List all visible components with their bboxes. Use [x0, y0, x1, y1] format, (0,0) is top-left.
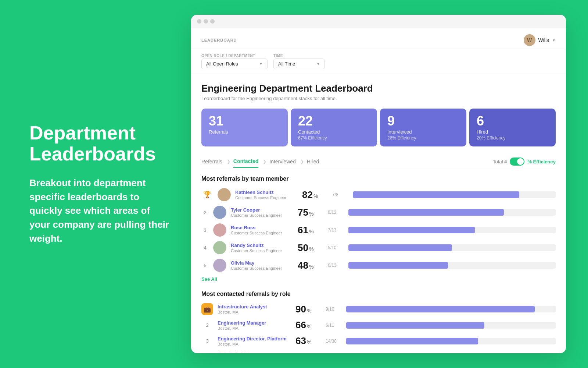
top-bar: LEADERBOARD W Wills ▼ — [191, 28, 566, 49]
tab-right: Total # % Efficiency — [493, 158, 556, 166]
tab-chevron-2: ❯ — [300, 159, 304, 164]
user-badge[interactable]: W Wills ▼ — [524, 34, 556, 46]
stat-number-2: 22 — [298, 114, 370, 128]
team-member-list: 🏆 Kathleen Schultz Customer Success Engi… — [201, 188, 556, 272]
role-percent-3: 63% — [295, 335, 321, 347]
stat-number-4: 6 — [477, 114, 548, 128]
filters-bar: OPEN ROLE / DEPARTMENT All Open Roles ▼ … — [191, 49, 566, 74]
stat-label-1: Referrals — [209, 129, 280, 135]
list-item: 2 Engineering Manager Boston, MA 66% 6/1… — [201, 319, 556, 331]
leaderboard-label: LEADERBOARD — [201, 38, 237, 42]
role-location-3: Boston, MA — [218, 342, 291, 346]
role-location-1: Boston, MA — [218, 310, 291, 314]
role-name-4: Data Scientist — [218, 352, 291, 354]
lb-percent-3: 61% — [298, 224, 323, 236]
role-info-1: Infrastructure Analyst Boston, MA — [218, 304, 291, 314]
role-percent-1: 90% — [295, 304, 321, 315]
time-filter-label: TIME — [273, 54, 325, 58]
lb-bar-5 — [348, 262, 448, 269]
tab-chevron-1: ❯ — [263, 159, 266, 164]
browser-window: LEADERBOARD W Wills ▼ OPEN ROLE / DEPART… — [191, 15, 566, 353]
stat-number-1: 31 — [209, 114, 280, 128]
role-info-3: Engineering Director, Platform Boston, M… — [218, 336, 291, 346]
role-percent-4: 59% — [295, 351, 321, 353]
role-fraction-3: 14/38 — [326, 339, 339, 344]
avatar: W — [524, 34, 535, 46]
lb-percent-1: 82% — [302, 189, 328, 201]
tabs-bar: Referrals❯Contacted❯Interviewed❯Hired To… — [201, 155, 556, 168]
lb-fraction-1: 7/8 — [332, 192, 345, 197]
section1-title: Most referrals by team member — [201, 176, 556, 182]
role-bar-container-2 — [346, 322, 556, 329]
section2-title: Most contacted referrals by role — [201, 291, 556, 297]
time-filter-select[interactable]: All Time ▼ — [273, 59, 325, 69]
lb-bar-3 — [348, 227, 475, 233]
stat-card-2: 22 Contacted 67% Efficiency — [291, 109, 377, 146]
role-rank-2: 2 — [201, 322, 213, 328]
total-toggle-label: Total # — [493, 159, 507, 164]
stat-number-3: 9 — [387, 114, 459, 128]
role-info-2: Engineering Manager Boston, MA — [218, 320, 291, 330]
lb-bar-1 — [353, 191, 519, 198]
tab-referrals[interactable]: Referrals — [201, 156, 222, 167]
list-item: 3 Engineering Director, Platform Boston,… — [201, 335, 556, 347]
lb-fraction-4: 5/10 — [328, 245, 341, 250]
toggle-switch[interactable] — [510, 158, 524, 166]
stat-label-2: Contacted — [298, 129, 370, 135]
role-icon-1: 💼 — [201, 303, 213, 315]
role-list: 💼 Infrastructure Analyst Boston, MA 90% … — [201, 303, 556, 353]
chevron-down-icon: ▼ — [552, 38, 556, 42]
role-fraction-2: 6/11 — [326, 323, 339, 328]
time-filter-value: All Time — [278, 61, 295, 67]
lb-percent-4: 50% — [298, 242, 323, 254]
tab-interviewed[interactable]: Interviewed — [269, 156, 296, 167]
lb-bar-container-5 — [348, 262, 556, 269]
role-bar-container-1 — [346, 306, 556, 312]
stat-label-4: Hired — [477, 129, 548, 135]
lb-percent-2: 75% — [298, 207, 323, 218]
browser-dot-green — [210, 19, 215, 24]
lb-role-1: Customer Success Engineer — [235, 195, 298, 200]
role-filter-value: All Open Roles — [206, 61, 238, 67]
main-content: Engineering Department Leaderboard Leard… — [191, 74, 566, 353]
lb-role-3: Customer Success Engineer — [231, 231, 293, 235]
role-filter-select[interactable]: All Open Roles ▼ — [201, 59, 268, 69]
list-item: 2 Tyler Cooper Customer Success Engineer… — [201, 206, 556, 219]
role-bar-3 — [346, 338, 478, 344]
role-name-2: Engineering Manager — [218, 320, 291, 326]
stat-card-3: 9 Interviewed 26% Efficiency — [380, 109, 466, 146]
lb-avatar-4 — [213, 241, 226, 254]
role-name-1: Infrastructure Analyst — [218, 304, 291, 309]
lb-fraction-3: 7/13 — [328, 227, 341, 233]
left-panel: Department Leaderboards Breakout into de… — [0, 100, 191, 268]
time-filter-chevron: ▼ — [316, 62, 320, 66]
lb-name-4: Randy Schultz — [231, 243, 293, 248]
list-item: 4 Data Scientist Boston, MA 59% 4/9 — [201, 351, 556, 353]
user-name: Wills — [538, 37, 549, 43]
lb-info-1: Kathleen Schultz Customer Success Engine… — [235, 190, 298, 200]
tab-hired[interactable]: Hired — [307, 156, 319, 167]
page-subtitle: Learderboard for the Engineering departm… — [201, 96, 556, 101]
tab-contacted[interactable]: Contacted — [233, 155, 258, 168]
time-filter-group: TIME All Time ▼ — [273, 54, 325, 69]
list-item: 💼 Infrastructure Analyst Boston, MA 90% … — [201, 303, 556, 315]
lb-bar-container-2 — [348, 209, 556, 216]
browser-chrome — [191, 15, 566, 28]
lb-name-2: Tyler Cooper — [231, 207, 293, 213]
stat-efficiency-2: 67% Efficiency — [298, 135, 370, 141]
role-info-4: Data Scientist Boston, MA — [218, 352, 291, 354]
lb-role-2: Customer Success Engineer — [231, 213, 293, 217]
role-filter-chevron: ▼ — [259, 62, 263, 66]
list-item: 5 Olivia May Customer Success Engineer 4… — [201, 259, 556, 272]
stat-card-1: 31 Referrals — [201, 109, 288, 146]
lb-avatar-2 — [213, 206, 226, 219]
lb-bar-4 — [348, 244, 452, 251]
see-all-button[interactable]: See All — [201, 276, 556, 282]
role-rank-3: 3 — [201, 338, 213, 344]
lb-fraction-2: 8/12 — [328, 210, 341, 215]
lb-fraction-5: 6/13 — [328, 263, 341, 268]
stat-cards: 31 Referrals 22 Contacted 67% Efficiency… — [201, 109, 556, 146]
role-bar-container-3 — [346, 338, 556, 344]
lb-avatar-5 — [213, 259, 226, 272]
lb-info-5: Olivia May Customer Success Engineer — [231, 260, 293, 270]
